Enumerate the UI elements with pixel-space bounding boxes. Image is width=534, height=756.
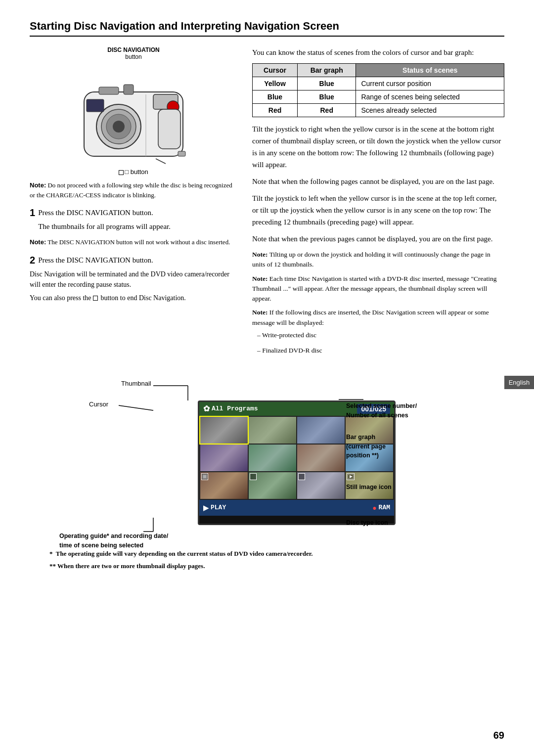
thumbnail-6	[249, 445, 296, 471]
svg-rect-7	[124, 85, 134, 94]
camera-illustration	[69, 62, 198, 171]
table-row: Red Red Scenes already selected	[253, 104, 504, 117]
svg-marker-27	[350, 475, 353, 478]
thumbnail-11	[297, 472, 345, 499]
status-table: Cursor Bar graph Status of scenes Yellow…	[252, 63, 504, 117]
disc-list-1: – Write-protected disc	[252, 330, 504, 341]
table-cell-status-3: Scenes already selected	[356, 104, 504, 117]
left-column: DISC NAVIGATION button	[30, 46, 237, 303]
note-discs: Note: If the following discs are inserte…	[252, 308, 504, 328]
svg-line-16	[119, 405, 153, 410]
para2: Note that when the following pages canno…	[252, 176, 504, 187]
english-tab: English	[504, 376, 534, 389]
callout-still-image: Still image icon	[346, 484, 392, 490]
footnote1: * The operating guide will vary dependin…	[49, 549, 504, 559]
main-content: DISC NAVIGATION button	[30, 46, 504, 361]
thumbnail-1	[200, 417, 248, 444]
step1: 1 Press the DISC NAVIGATION button. The …	[30, 207, 237, 232]
thumbnail-10	[249, 472, 296, 499]
table-cell-bargraph-3: Red	[297, 104, 356, 117]
table-cell-cursor-2: Blue	[253, 90, 298, 104]
para4: Note that when the previous pages cannot…	[252, 233, 504, 245]
svg-rect-6	[99, 87, 119, 94]
table-row: Yellow Blue Current cursor position	[253, 77, 504, 90]
cursor-label: Cursor	[89, 400, 108, 408]
screen-program-label: ✿ All Programs	[203, 404, 258, 413]
svg-line-13	[156, 159, 166, 164]
table-row: Blue Blue Range of scenes being selected	[253, 90, 504, 104]
para3: Tilt the joystick to left when the yello…	[252, 192, 504, 228]
page-title: Starting Disc Navigation and Interpretin…	[30, 20, 504, 37]
screen-play-button: ▶ PLAY	[203, 504, 226, 512]
thumbnail-2	[249, 417, 296, 444]
table-cell-cursor-1: Yellow	[253, 77, 298, 90]
square-button-label: □ button	[125, 168, 148, 176]
callout-disc-type: Disc type icon	[346, 519, 388, 526]
callout-selected-scene: Selected scene number/ Number of all sce…	[346, 401, 417, 420]
svg-rect-10	[87, 99, 104, 112]
page-container: Starting Disc Navigation and Interpretin…	[0, 0, 534, 756]
thumbnail-5	[200, 445, 248, 471]
svg-marker-25	[203, 475, 206, 478]
thumbnail-9	[200, 472, 248, 499]
note1: Note: Do not proceed with a following st…	[30, 180, 237, 200]
screen-bottom-bar: ▶ PLAY ● RAM	[199, 500, 394, 516]
right-column: You can know the status of scenes from t…	[252, 46, 504, 361]
diagram-section: Thumbnail Cursor ✿ All Programs 001/025	[30, 376, 504, 572]
callout-operating-guide: Operating guide* and recording date/time…	[59, 532, 168, 550]
svg-rect-12	[178, 151, 185, 156]
thumbnail-label: Thumbnail	[121, 380, 151, 387]
note-dvdr: Note: Each time Disc Navigation is start…	[252, 274, 504, 304]
bottom-notes: * The operating guide will vary dependin…	[30, 549, 504, 572]
svg-rect-9	[158, 109, 180, 149]
disc-nav-section: DISC NAVIGATION button	[30, 46, 237, 60]
table-cell-bargraph-2: Blue	[297, 90, 356, 104]
disc-list-2: – Finalized DVD-R disc	[252, 345, 504, 356]
table-header-status: Status of scenes	[356, 64, 504, 77]
footnote2: ** When there are two or more thumbnail …	[49, 561, 504, 572]
intro-text: You can know the status of scenes from t…	[252, 46, 504, 58]
note-tilt: Note: Tilting up or down the joystick an…	[252, 250, 504, 270]
para1: Tilt the joystick to right when the yell…	[252, 123, 504, 171]
step2-body2: You can also press the button to end Dis…	[30, 293, 237, 303]
svg-point-4	[113, 121, 125, 133]
table-header-cursor: Cursor	[253, 64, 298, 77]
camera-figure: □ button	[64, 62, 203, 176]
table-cell-status-1: Current cursor position	[356, 77, 504, 90]
screen-ram-label: ● RAM	[372, 504, 390, 512]
callout-bargraph: Bar graph (current page position **)	[346, 433, 386, 460]
thumbnail-7	[297, 445, 345, 471]
step2-body: Disc Navigation will be terminated and t…	[30, 269, 237, 290]
page-number: 69	[493, 730, 504, 741]
table-header-bargraph: Bar graph	[297, 64, 356, 77]
table-cell-status-2: Range of scenes being selected	[356, 90, 504, 104]
thumbnail-3	[297, 417, 345, 444]
table-cell-bargraph-1: Blue	[297, 77, 356, 90]
disc-nav-label: DISC NAVIGATION button	[30, 46, 237, 60]
step2: 2 Press the DISC NAVIGATION button.	[30, 254, 237, 266]
note2: Note: The DISC NAVIGATION button will no…	[30, 237, 237, 247]
table-cell-cursor-3: Red	[253, 104, 298, 117]
